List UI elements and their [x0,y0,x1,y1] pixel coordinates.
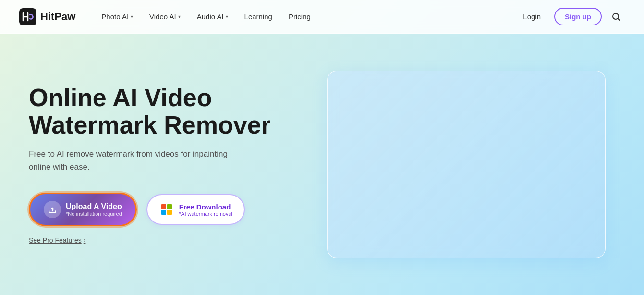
video-preview-area [327,71,606,258]
free-download-button[interactable]: Free Download *AI watermark removal [146,194,245,225]
login-button[interactable]: Login [515,9,548,25]
upload-button-main-label: Upload A Video [66,202,122,211]
upload-icon [44,201,61,218]
nav-label-photo-ai: Photo AI [101,12,129,21]
hero-buttons: Upload A Video *No installation required… [29,193,298,226]
brand-logo[interactable]: HitPaw [19,8,75,25]
nav-item-photo-ai[interactable]: Photo AI ▾ [95,9,140,25]
see-pro-features-link[interactable]: See Pro Features › [29,236,85,244]
hero-title: Online AI Video Watermark Remover [29,84,298,139]
hero-section: Online AI Video Watermark Remover Free t… [0,34,644,295]
nav-label-pricing: Pricing [289,12,311,21]
nav-item-learning[interactable]: Learning [238,9,279,25]
nav-item-video-ai[interactable]: Video AI ▾ [143,9,187,25]
chevron-down-icon: ▾ [131,14,133,19]
upload-video-button[interactable]: Upload A Video *No installation required [29,193,137,226]
nav-item-audio-ai[interactable]: Audio AI ▾ [190,9,235,25]
freedownload-button-text: Free Download *AI watermark removal [179,203,232,217]
upload-button-text: Upload A Video *No installation required [66,202,122,217]
nav-label-video-ai: Video AI [149,12,176,21]
nav-label-learning: Learning [244,12,272,21]
nav-item-pricing[interactable]: Pricing [282,9,317,25]
search-button[interactable] [608,8,625,25]
navbar: HitPaw Photo AI ▾ Video AI ▾ Audio AI ▾ … [0,0,644,34]
chevron-right-icon: › [84,236,86,244]
freedownload-main-label: Free Download [179,203,232,211]
nav-actions: Login Sign up [515,8,625,25]
hero-preview [317,71,615,258]
chevron-down-icon: ▾ [226,14,228,19]
hero-subtitle: Free to AI remove watermark from videos … [29,148,240,173]
chevron-down-icon: ▾ [178,14,181,19]
signup-button[interactable]: Sign up [554,8,602,25]
upload-button-sub-label: *No installation required [66,211,122,217]
hitpaw-logo-icon [19,8,36,25]
nav-menu: Photo AI ▾ Video AI ▾ Audio AI ▾ Learnin… [95,9,515,25]
search-icon [611,12,621,22]
nav-label-audio-ai: Audio AI [197,12,224,21]
svg-line-2 [618,18,620,21]
brand-name: HitPaw [40,11,75,23]
freedownload-sub-label: *AI watermark removal [179,211,232,217]
windows-logo-icon [159,202,174,217]
hero-content: Online AI Video Watermark Remover Free t… [29,84,317,245]
